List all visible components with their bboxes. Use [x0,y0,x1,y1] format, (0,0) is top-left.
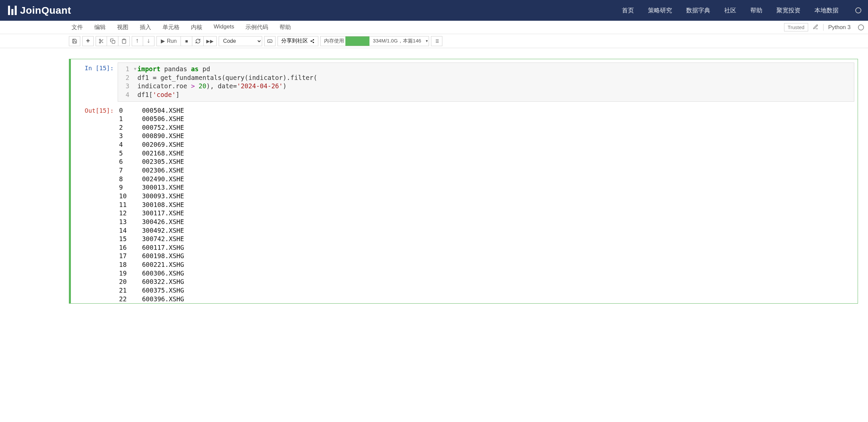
svg-line-17 [312,40,313,40]
svg-rect-6 [123,39,125,40]
svg-rect-7 [268,40,272,42]
output-prompt: Out[15]: [74,105,118,304]
pencil-icon[interactable] [813,24,818,31]
cell-output: 0 000504.XSHE 1 000506.XSHE 2 000752.XSH… [118,105,854,304]
memory-usage[interactable]: 内存使用 334M/1.0G，本篇146 ▼ [320,36,429,46]
menu-edit[interactable]: 编辑 [94,23,106,31]
brand-name: JoinQuant [20,5,71,16]
code-cell[interactable]: In [15]: 1▼import pandas as pd 2df1 = ge… [69,59,858,304]
nav-community[interactable]: 社区 [724,6,736,14]
svg-point-14 [311,40,312,42]
share-button[interactable]: 分享到社区 [278,36,318,46]
restart-button[interactable] [192,36,204,46]
menu-widgets[interactable]: Widgets [214,23,234,31]
memory-label: 内存使用 [324,38,344,44]
svg-point-0 [99,39,101,40]
move-down-button[interactable]: 🡓 [143,36,154,46]
svg-point-15 [313,42,314,43]
status-circle-icon [855,7,861,13]
menu-kernel[interactable]: 内核 [191,23,202,31]
trusted-indicator[interactable]: Trusted [784,23,808,31]
svg-line-4 [100,40,101,41]
brand-logo[interactable]: JoinQuant [8,5,71,16]
menu-cell[interactable]: 单元格 [162,23,180,31]
svg-point-1 [99,42,101,43]
menubar: 文件 编辑 视图 插入 单元格 内核 Widgets 示例代码 帮助 Trust… [0,21,868,34]
run-button[interactable]: ▶Run [156,36,181,46]
nav-invest[interactable]: 聚宽投资 [776,6,801,14]
svg-line-3 [102,41,103,43]
logo-icon [8,6,17,15]
nav-home[interactable]: 首页 [622,6,634,14]
run-icon: ▶ [161,38,165,44]
menu-view[interactable]: 视图 [117,23,128,31]
menu-help[interactable]: 帮助 [280,23,291,31]
menu-examples[interactable]: 示例代码 [245,23,268,31]
add-cell-button[interactable]: + [82,36,94,46]
caret-down-icon: ▼ [425,39,429,43]
memory-text: 334M/1.0G，本篇146 [371,38,423,44]
toc-button[interactable] [431,36,442,46]
nav-local-data[interactable]: 本地数据 [814,6,839,14]
menu-file[interactable]: 文件 [71,23,83,31]
move-up-button[interactable]: 🡑 [132,36,143,46]
command-palette-button[interactable] [264,36,276,46]
kernel-name[interactable]: Python 3 [823,24,850,31]
topnav-links: 首页 策略研究 数据字典 社区 帮助 聚宽投资 本地数据 [622,6,861,14]
run-label: Run [167,38,177,44]
copy-button[interactable] [107,36,118,46]
kernel-status-icon [858,24,864,30]
svg-point-13 [313,39,314,40]
cut-button[interactable] [96,36,107,46]
notebook-area: In [15]: 1▼import pandas as pd 2df1 = ge… [0,48,868,422]
memory-bar [345,36,369,46]
nav-strategy[interactable]: 策略研究 [648,6,672,14]
share-label: 分享到社区 [281,37,308,44]
top-navbar: JoinQuant 首页 策略研究 数据字典 社区 帮助 聚宽投资 本地数据 [0,0,868,21]
input-prompt: In [15]: [74,63,118,102]
interrupt-button[interactable]: ■ [181,36,192,46]
share-icon [310,39,315,43]
paste-button[interactable] [118,36,130,46]
cell-type-select[interactable]: Code [219,36,262,46]
nav-help[interactable]: 帮助 [750,6,762,14]
save-button[interactable] [69,36,80,46]
menu-insert[interactable]: 插入 [140,23,151,31]
restart-run-all-button[interactable]: ▶▶ [204,36,217,46]
toolbar: + 🡑 🡓 ▶Run ■ ▶▶ Code 分享到社区 内存使用 334M/1.0… [0,34,868,48]
svg-rect-5 [112,40,115,43]
nav-data-dict[interactable]: 数据字典 [686,6,710,14]
code-editor[interactable]: 1▼import pandas as pd 2df1 = get_fundame… [118,63,854,102]
svg-line-16 [312,41,313,42]
